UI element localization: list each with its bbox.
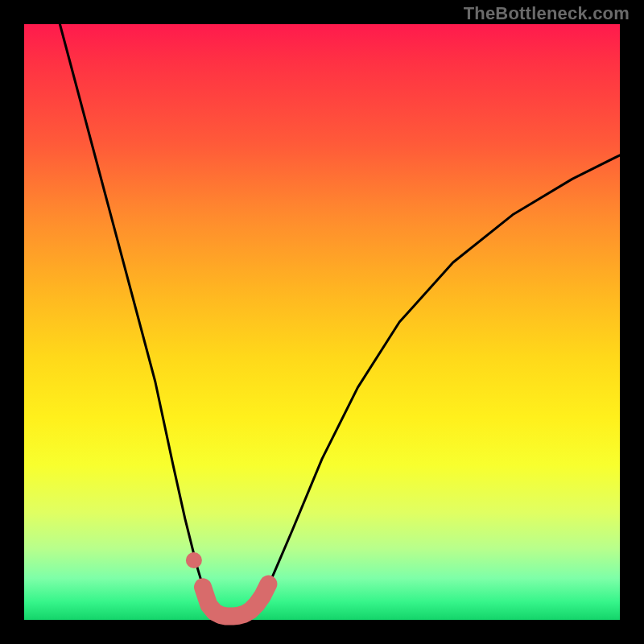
chart-plot-area	[24, 24, 620, 620]
watermark-text: TheBottleneck.com	[464, 3, 630, 24]
